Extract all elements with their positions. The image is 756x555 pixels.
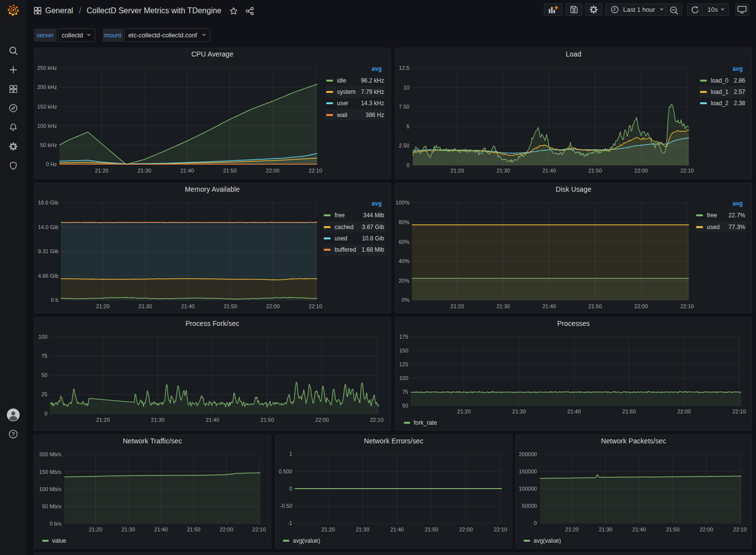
svg-text:7.50: 7.50 <box>399 104 409 110</box>
svg-text:40%: 40% <box>398 258 409 264</box>
svg-text:21:30: 21:30 <box>121 526 135 532</box>
svg-text:0: 0 <box>406 162 409 168</box>
svg-text:50000: 50000 <box>522 503 537 509</box>
svg-text:250 kHz: 250 kHz <box>37 65 57 71</box>
svg-text:21:20: 21:20 <box>565 526 579 532</box>
svg-text:150 Mb/s: 150 Mb/s <box>39 469 62 475</box>
svg-text:21:40: 21:40 <box>390 526 404 532</box>
svg-text:12.5: 12.5 <box>399 65 409 71</box>
svg-text:150: 150 <box>399 348 408 353</box>
svg-text:100 Mb/s: 100 Mb/s <box>39 486 62 492</box>
svg-text:21:20: 21:20 <box>96 417 110 423</box>
svg-text:18.6 Gib: 18.6 Gib <box>38 200 58 205</box>
svg-text:21:20: 21:20 <box>457 409 471 414</box>
svg-text:21:50: 21:50 <box>187 526 200 532</box>
svg-text:21:40: 21:40 <box>206 417 220 423</box>
svg-text:22:10: 22:10 <box>308 303 322 309</box>
svg-text:22:00: 22:00 <box>634 168 648 174</box>
svg-text:22:00: 22:00 <box>700 526 713 532</box>
svg-text:21:40: 21:40 <box>542 168 556 174</box>
svg-text:21:40: 21:40 <box>154 526 168 532</box>
svg-text:21:50: 21:50 <box>425 526 439 532</box>
svg-text:2.50: 2.50 <box>399 143 409 148</box>
svg-text:50: 50 <box>41 372 47 378</box>
svg-text:21:30: 21:30 <box>139 303 152 309</box>
svg-text:22:10: 22:10 <box>252 526 266 532</box>
svg-text:21:30: 21:30 <box>138 168 151 174</box>
svg-text:0%: 0% <box>402 297 410 303</box>
svg-text:22:10: 22:10 <box>494 526 507 532</box>
svg-text:0: 0 <box>289 486 292 492</box>
svg-text:21:20: 21:20 <box>95 168 109 174</box>
svg-text:150 kHz: 150 kHz <box>37 104 57 110</box>
svg-text:22:10: 22:10 <box>370 417 384 423</box>
svg-text:80%: 80% <box>398 219 409 225</box>
svg-text:75: 75 <box>41 353 47 359</box>
svg-text:200000: 200000 <box>519 451 537 457</box>
svg-text:200 Mb/s: 200 Mb/s <box>39 451 62 457</box>
svg-text:21:20: 21:20 <box>89 526 103 532</box>
svg-text:21:20: 21:20 <box>450 303 464 309</box>
svg-text:0 Hz: 0 Hz <box>46 161 57 167</box>
svg-text:100 kHz: 100 kHz <box>37 123 57 129</box>
svg-text:-0.50: -0.50 <box>280 503 292 509</box>
svg-text:125: 125 <box>399 361 408 367</box>
svg-text:0: 0 <box>44 410 47 416</box>
svg-text:21:50: 21:50 <box>260 417 274 423</box>
svg-text:22:00: 22:00 <box>220 526 233 532</box>
svg-text:22:10: 22:10 <box>732 409 746 414</box>
svg-text:21:40: 21:40 <box>542 303 556 309</box>
svg-text:21:50: 21:50 <box>223 168 237 174</box>
svg-text:21:50: 21:50 <box>224 303 237 309</box>
svg-text:175: 175 <box>399 334 408 340</box>
svg-text:22:10: 22:10 <box>680 303 694 309</box>
svg-text:100: 100 <box>399 375 408 381</box>
svg-text:22:00: 22:00 <box>315 417 329 423</box>
svg-text:-1: -1 <box>287 520 292 526</box>
svg-text:21:50: 21:50 <box>588 168 602 174</box>
svg-text:21:50: 21:50 <box>588 303 602 309</box>
svg-text:0: 0 <box>534 520 537 526</box>
svg-text:21:40: 21:40 <box>567 409 581 414</box>
svg-text:9.31 Gib: 9.31 Gib <box>38 248 58 254</box>
svg-text:22:00: 22:00 <box>266 303 280 309</box>
svg-text:21:30: 21:30 <box>356 526 369 532</box>
svg-text:0.500: 0.500 <box>279 468 292 474</box>
svg-text:22:00: 22:00 <box>677 409 691 414</box>
svg-text:21:50: 21:50 <box>666 526 680 532</box>
svg-text:21:30: 21:30 <box>512 409 526 414</box>
svg-text:21:20: 21:20 <box>96 303 110 309</box>
svg-text:21:40: 21:40 <box>180 168 194 174</box>
svg-text:100: 100 <box>38 334 47 340</box>
svg-text:22:00: 22:00 <box>266 168 280 174</box>
svg-text:10: 10 <box>403 85 409 90</box>
svg-text:0 b: 0 b <box>51 297 58 303</box>
svg-text:150000: 150000 <box>519 468 537 474</box>
svg-text:5: 5 <box>406 123 409 129</box>
svg-text:14.0 Gib: 14.0 Gib <box>38 224 58 230</box>
svg-text:50 kHz: 50 kHz <box>40 142 57 148</box>
svg-text:21:40: 21:40 <box>632 526 646 532</box>
svg-text:25: 25 <box>41 391 47 397</box>
svg-text:22:00: 22:00 <box>459 526 473 532</box>
svg-text:21:20: 21:20 <box>450 168 464 174</box>
svg-text:1: 1 <box>289 451 292 457</box>
svg-text:50 Mb/s: 50 Mb/s <box>42 503 62 509</box>
svg-text:21:50: 21:50 <box>622 409 636 414</box>
svg-text:100000: 100000 <box>519 486 537 492</box>
svg-text:22:10: 22:10 <box>308 168 322 174</box>
svg-text:22:10: 22:10 <box>733 526 747 532</box>
svg-text:21:30: 21:30 <box>497 168 510 174</box>
svg-text:60%: 60% <box>398 239 409 245</box>
svg-text:21:30: 21:30 <box>151 417 165 423</box>
svg-text:21:40: 21:40 <box>181 303 195 309</box>
svg-text:4.66 Gib: 4.66 Gib <box>38 273 58 279</box>
svg-text:200 kHz: 200 kHz <box>37 84 57 90</box>
svg-text:0 b/s: 0 b/s <box>50 521 61 526</box>
svg-text:50: 50 <box>402 403 408 409</box>
svg-text:20%: 20% <box>398 278 409 284</box>
svg-text:21:30: 21:30 <box>599 526 613 532</box>
svg-text:21:20: 21:20 <box>321 526 335 532</box>
svg-text:21:30: 21:30 <box>497 303 510 309</box>
svg-text:75: 75 <box>402 389 408 395</box>
